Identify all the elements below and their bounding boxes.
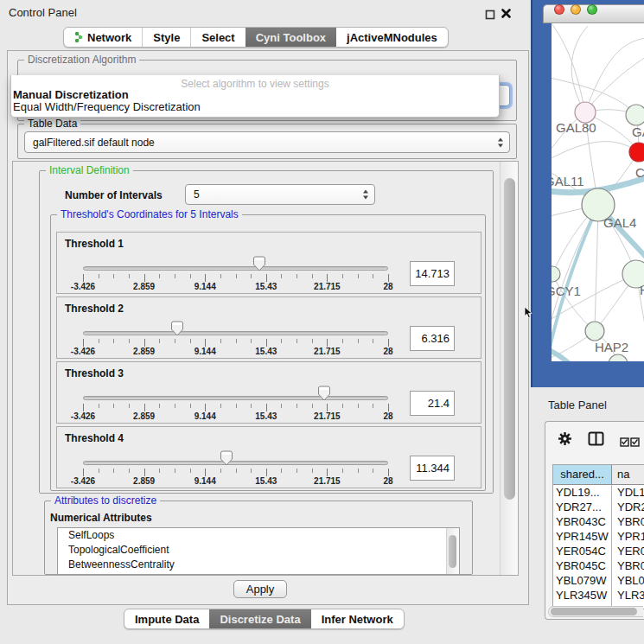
numerical-attributes-list[interactable]: SelfLoopsTopologicalCoefficientBetweenne…: [57, 527, 460, 575]
table-cell: YER054C: [553, 544, 612, 558]
attribute-item-selfloops[interactable]: SelfLoops: [58, 528, 459, 543]
close-icon[interactable]: [501, 7, 512, 22]
table-row[interactable]: YER054CYER0: [553, 544, 644, 558]
algorithm-option-manual-discretization[interactable]: Manual Discretization: [13, 88, 129, 101]
threshold-value-field[interactable]: 14.713: [410, 261, 455, 286]
column-select-icon[interactable]: [620, 435, 641, 450]
number-of-intervals-value: 5: [194, 188, 200, 201]
table-cell: YLR345W: [553, 588, 612, 603]
table-horizontal-scrollbar[interactable]: [548, 606, 643, 617]
node-table: shared...naYDL19...YDL1YDR27...YDR2YBR04…: [552, 464, 644, 609]
slider-tick-label: 9.144: [194, 347, 216, 356]
tab-network[interactable]: Network: [64, 28, 142, 47]
table-cell: YBR045C: [553, 558, 612, 573]
network-edge: [585, 57, 644, 112]
threshold-value-field[interactable]: 6.316: [410, 326, 455, 351]
table-row[interactable]: YBR045CYBR0: [553, 558, 644, 573]
table-row[interactable]: YDR27...YDR2: [553, 500, 644, 514]
table-row[interactable]: YBL079WYBL0: [553, 573, 644, 588]
tab-cyni-toolbox[interactable]: Cyni Toolbox: [245, 28, 336, 47]
group-title: Discretization Algorithm: [24, 54, 139, 67]
network-node[interactable]: [626, 105, 644, 125]
slider-tick-label: 2.859: [133, 282, 155, 291]
algorithm-option-equal-width-frequency-discretization[interactable]: Equal Width/Frequency Discretization: [13, 100, 201, 113]
column-header-2[interactable]: na: [612, 465, 644, 484]
tab-select[interactable]: Select: [190, 28, 245, 47]
network-node-label: GAL80: [556, 120, 596, 135]
column-header-1[interactable]: shared...: [553, 465, 612, 484]
list-scrollbar[interactable]: [446, 528, 459, 574]
slider-tick-label: 15.43: [255, 476, 277, 486]
slider-ticks: [83, 404, 389, 412]
network-node[interactable]: [552, 266, 560, 282]
vertical-scrollbar-thumb[interactable]: [504, 178, 515, 500]
table-row[interactable]: YDL19...YDL1: [553, 485, 644, 500]
traffic-light-close[interactable]: [554, 4, 564, 15]
tab-style[interactable]: Style: [142, 28, 190, 47]
slider-tick-label: 21.715: [314, 411, 341, 421]
algorithm-dropdown-popup: Select algorithm to view settings Manual…: [10, 75, 500, 118]
threshold-slider-track[interactable]: [83, 266, 388, 271]
slider-tick-label: 2.859: [133, 411, 155, 421]
threshold-slider-thumb[interactable]: [220, 450, 233, 467]
list-scrollbar-thumb[interactable]: [449, 535, 456, 568]
table-panel-title: Table Panel: [548, 399, 607, 411]
traffic-light-minimize[interactable]: [571, 4, 581, 15]
traffic-light-zoom[interactable]: [587, 4, 597, 15]
attributes-group: Attributes to discretize Numerical Attri…: [44, 501, 473, 575]
table-row[interactable]: YLR345WYLR3: [553, 588, 644, 603]
threshold-value-field[interactable]: 21.4: [410, 391, 455, 416]
attribute-item-topologicalcoefficient[interactable]: TopologicalCoefficient: [58, 543, 459, 558]
slider-ticks: [83, 469, 389, 477]
table-panel: shared...naYDL19...YDL1YDR27...YDR2YBR04…: [545, 421, 644, 620]
threshold-slider-thumb[interactable]: [252, 256, 266, 272]
table-row[interactable]: YBR043CYBR0: [553, 514, 644, 529]
threshold-slider-thumb[interactable]: [317, 386, 331, 402]
table-cell: YDR27...: [553, 500, 612, 514]
table-horizontal-scrollbar-thumb[interactable]: [551, 608, 637, 615]
network-edge: [595, 205, 598, 331]
slider-tick-label: -3.426: [71, 476, 95, 486]
top-tab-bar: NetworkStyleSelectCyni ToolboxjActiveMNo…: [63, 27, 449, 48]
vertical-scrollbar[interactable]: [500, 162, 519, 575]
slider-tick-label: 28: [383, 282, 392, 291]
threshold-slider-thumb[interactable]: [170, 321, 184, 337]
mouse-cursor: [524, 306, 533, 322]
tab-discretize-data[interactable]: Discretize Data: [209, 609, 310, 628]
tab-label: Infer Network: [322, 613, 393, 626]
number-of-intervals-combobox[interactable]: 5: [185, 184, 375, 205]
threshold-slider-track[interactable]: [83, 461, 388, 465]
table-data-combobox[interactable]: galFiltered.sif default node: [24, 131, 510, 153]
network-node[interactable]: [629, 143, 644, 162]
network-node-label: GCY1: [552, 284, 581, 298]
tab-impute-data[interactable]: Impute Data: [124, 609, 209, 628]
threshold-slider-track[interactable]: [83, 331, 388, 335]
group-title: Table Data: [24, 118, 80, 131]
network-node-label: GAL11: [552, 174, 584, 188]
table-row[interactable]: YPR145WYPR1: [553, 529, 644, 544]
network-node[interactable]: [609, 354, 628, 361]
table-cell: YER0: [612, 544, 644, 558]
attribute-item-betweennesscentrality[interactable]: BetweennessCentrality: [58, 558, 459, 572]
attribute-items: SelfLoopsTopologicalCoefficientBetweenne…: [58, 528, 459, 572]
threshold-value-field[interactable]: 11.344: [410, 456, 455, 481]
slider-tick-label: 9.144: [194, 411, 216, 421]
slider-tick-label: 28: [383, 476, 392, 486]
network-node-label: GAL4: [603, 215, 636, 230]
slider-tick-label: 28: [383, 347, 392, 356]
slider-tick-label: 15.43: [255, 411, 277, 421]
network-graph: GAL80GACGAL11GAL4GCY1HHAP2: [552, 23, 644, 361]
apply-button[interactable]: Apply: [233, 580, 287, 598]
slider-tick-label: 9.144: [194, 282, 216, 291]
gear-icon[interactable]: [558, 431, 572, 450]
network-canvas[interactable]: GAL80GACGAL11GAL4GCY1HHAP2: [552, 23, 644, 361]
slider-tick-label: -3.426: [71, 347, 95, 356]
float-icon[interactable]: [485, 8, 495, 23]
split-view-icon[interactable]: [588, 431, 604, 450]
threshold-slider-track[interactable]: [83, 396, 388, 400]
slider-tick-label: 21.715: [314, 282, 341, 291]
numerical-attributes-label: Numerical Attributes: [50, 512, 152, 524]
tab-infer-network[interactable]: Infer Network: [311, 609, 404, 628]
tab-jactivemnodules[interactable]: jActiveMNodules: [336, 28, 448, 47]
network-node[interactable]: [585, 322, 604, 341]
